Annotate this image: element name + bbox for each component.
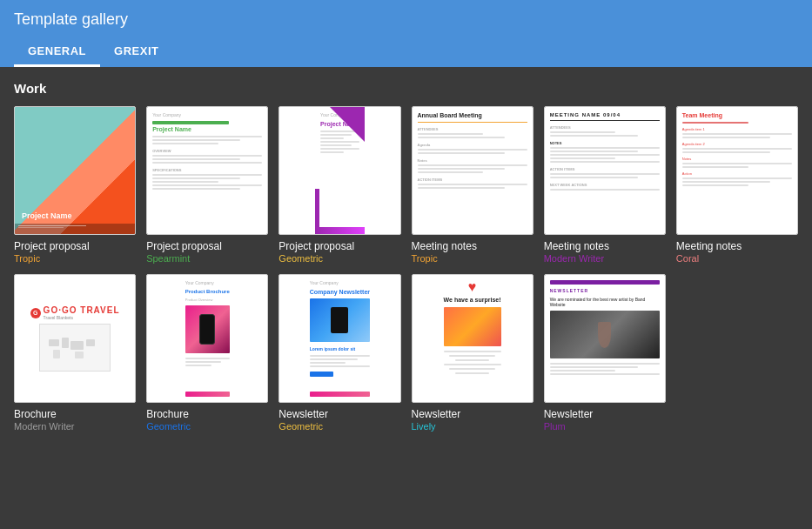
card-brochure-mw[interactable]: G GO·GO TRAVEL Travel Blankets [14,274,136,432]
card-label-brochure-geo: Brochure Geometric [146,408,268,432]
card-pp-spearmint[interactable]: Your Company Project Name OVERVIEW SPECI… [146,106,268,264]
card-label-pp-tropic: Project proposal Tropic [14,240,136,264]
page-title: Template gallery [14,10,798,29]
card-thumb-pp-spearmint: Your Company Project Name OVERVIEW SPECI… [146,106,268,235]
card-thumb-mn-coral: Team Meeting Agenda item 1 Agenda item 2… [676,106,798,235]
card-pp-tropic[interactable]: Project Name Project proposal Tropic [14,106,136,264]
card-thumb-newsletter-lively: ♥ We have a surprise! [412,274,534,403]
card-label-brochure-mw: Brochure Modern Writer [14,408,136,432]
card-thumb-mn-modernwriter: MEETING NAME 09/04 ATTENDEES NOTES ACTIO… [544,106,666,235]
svg-rect-0 [49,339,59,346]
svg-rect-2 [70,341,84,350]
card-newsletter-geo[interactable]: Your Company Company Newsletter Lorem ip… [278,274,400,432]
tab-general[interactable]: GENERAL [14,37,100,67]
card-mn-tropic[interactable]: Annual Board Meeting ATTENDEES Agenda No… [412,106,534,264]
svg-rect-5 [75,352,84,358]
card-thumb-brochure-mw: G GO·GO TRAVEL Travel Blankets [14,274,136,403]
section-title-work: Work [14,81,798,96]
card-pp-geometric[interactable]: Your Company Project Name Project propos… [278,106,400,264]
card-thumb-newsletter-plum: NEWSLETTER We are nominated for the best… [544,274,666,403]
svg-rect-4 [53,350,60,358]
template-grid: Project Name Project proposal Tropic You… [14,106,798,432]
svg-rect-3 [86,339,95,346]
main-content: Work Project Name Project proposal Tropi… [0,67,812,445]
header: Template gallery GENERAL GREXIT [0,0,812,67]
card-mn-coral[interactable]: Team Meeting Agenda item 1 Agenda item 2… [676,106,798,264]
card-thumb-pp-tropic: Project Name [14,106,136,235]
card-thumb-newsletter-geo: Your Company Company Newsletter Lorem ip… [278,274,400,403]
card-label-pp-geometric: Project proposal Geometric [278,240,400,264]
card-label-mn-tropic: Meeting notes Tropic [412,240,534,264]
svg-rect-1 [62,338,69,348]
card-brochure-geo[interactable]: Your Company Product Brochure Product Ov… [146,274,268,432]
card-thumb-mn-tropic: Annual Board Meeting ATTENDEES Agenda No… [412,106,534,235]
tab-bar: GENERAL GREXIT [14,37,798,67]
card-newsletter-lively[interactable]: ♥ We have a surprise! Newsletter Lively [412,274,534,432]
card-thumb-pp-geometric: Your Company Project Name [278,106,400,235]
card-label-mn-modernwriter: Meeting notes Modern Writer [544,240,666,264]
card-label-newsletter-geo: Newsletter Geometric [278,408,400,432]
card-thumb-brochure-geo: Your Company Product Brochure Product Ov… [146,274,268,403]
card-label-newsletter-plum: Newsletter Plum [544,408,666,432]
card-mn-modernwriter[interactable]: MEETING NAME 09/04 ATTENDEES NOTES ACTIO… [544,106,666,264]
card-newsletter-plum[interactable]: NEWSLETTER We are nominated for the best… [544,274,666,432]
card-label-newsletter-lively: Newsletter Lively [412,408,534,432]
card-label-pp-spearmint: Project proposal Spearmint [146,240,268,264]
card-label-mn-coral: Meeting notes Coral [676,240,798,264]
tab-grexit[interactable]: GREXIT [100,37,172,67]
